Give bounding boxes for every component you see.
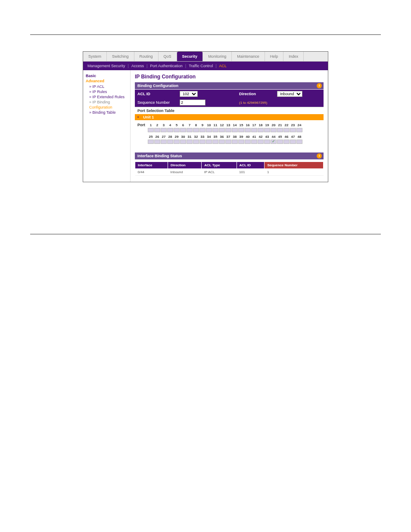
subnav-item-access[interactable]: Access — [131, 64, 144, 68]
port-checkbox-23[interactable] — [290, 128, 296, 132]
topnav-item-switching[interactable]: Switching — [107, 52, 134, 61]
port-checkbox-31[interactable] — [187, 140, 193, 144]
unit-label[interactable]: Unit 1 — [143, 115, 154, 119]
port-checkbox-21[interactable] — [277, 128, 283, 132]
port-number-41: 41 — [251, 135, 257, 139]
direction-select[interactable]: Inbound — [277, 91, 302, 97]
port-checkbox-41[interactable] — [251, 140, 257, 144]
port-checkbox-19[interactable] — [264, 128, 270, 132]
port-checkbox-18[interactable] — [258, 128, 264, 132]
port-checkbox-43[interactable] — [264, 140, 270, 144]
sidebar-item-configuration[interactable]: Configuration — [86, 105, 128, 110]
status-col-acl-type: ACL Type — [202, 162, 237, 169]
port-number-40: 40 — [245, 135, 251, 139]
sidebar-group-advanced[interactable]: Advanced — [86, 79, 128, 83]
port-checkbox-24[interactable] — [296, 128, 302, 132]
topnav-item-maintenance[interactable]: Maintenance — [232, 52, 265, 61]
port-checkbox-1[interactable] — [148, 128, 154, 132]
port-checkbox-4[interactable] — [167, 128, 173, 132]
port-number-25: 25 — [148, 135, 154, 139]
sidebar-item-binding-table[interactable]: » Binding Table — [86, 110, 128, 115]
sequence-number-input[interactable] — [180, 100, 206, 106]
sidebar-item-ip-rules[interactable]: » IP Rules — [86, 89, 128, 94]
port-checkbox-28[interactable] — [167, 140, 173, 144]
port-checkbox-2[interactable] — [154, 128, 160, 132]
port-checkbox-9[interactable] — [199, 128, 206, 132]
port-number-10: 10 — [206, 123, 212, 127]
port-checkbox-14[interactable] — [232, 128, 238, 132]
port-number-33: 33 — [199, 135, 206, 139]
topnav-item-qos[interactable]: QoS — [159, 52, 177, 61]
topnav-item-system[interactable]: System — [83, 52, 107, 61]
port-checkbox-26[interactable] — [154, 140, 160, 144]
port-number-17: 17 — [251, 123, 257, 127]
port-checkbox-11[interactable] — [212, 128, 218, 132]
top-nav: SystemSwitchingRoutingQoSSecurityMonitor… — [83, 52, 328, 62]
status-table: InterfaceDirectionACL TypeACL IDSequence… — [135, 162, 324, 176]
port-number-35: 35 — [212, 135, 218, 139]
subnav-item-port-authentication[interactable]: Port Authentication — [150, 64, 183, 68]
topnav-item-monitoring[interactable]: Monitoring — [203, 52, 232, 61]
port-checkbox-10[interactable] — [206, 128, 212, 132]
port-checkbox-37[interactable] — [225, 140, 231, 144]
direction-label: Direction — [239, 92, 274, 96]
port-checkbox-27[interactable] — [161, 140, 167, 144]
port-number-19: 19 — [264, 123, 270, 127]
subnav-item-traffic-control[interactable]: Traffic Control — [189, 64, 213, 68]
topnav-item-index[interactable]: Index — [283, 52, 304, 61]
port-checkbox-22[interactable] — [283, 128, 290, 132]
port-checkbox-25[interactable] — [148, 140, 154, 144]
status-col-direction: Direction — [168, 162, 202, 169]
port-checkbox-34[interactable] — [206, 140, 212, 144]
port-checkbox-16[interactable] — [245, 128, 251, 132]
port-number-12: 12 — [219, 123, 225, 127]
sidebar-item-ip-extended-rules[interactable]: » IP Extended Rules — [86, 94, 128, 100]
port-checkbox-45[interactable] — [277, 140, 283, 144]
port-checkbox-46[interactable] — [283, 140, 290, 144]
port-checkbox-47[interactable] — [290, 140, 296, 144]
table-row[interactable]: 0/44InboundIP ACL1011 — [135, 169, 324, 176]
port-number-26: 26 — [154, 135, 160, 139]
port-checkbox-38[interactable] — [232, 140, 238, 144]
port-checkbox-13[interactable] — [225, 128, 231, 132]
port-checkbox-17[interactable] — [251, 128, 257, 132]
port-checkbox-7[interactable] — [187, 128, 193, 132]
subnav-item-management-security[interactable]: Management Security — [87, 64, 125, 68]
port-checkbox-44[interactable] — [271, 140, 277, 144]
info-icon[interactable]: i — [317, 83, 322, 88]
sidebar-group-basic[interactable]: Basic — [86, 74, 128, 78]
port-checkbox-3[interactable] — [161, 128, 167, 132]
port-number-16: 16 — [245, 123, 251, 127]
port-checkbox-36[interactable] — [219, 140, 225, 144]
port-checkbox-30[interactable] — [180, 140, 186, 144]
port-row-2-boxes — [137, 140, 321, 144]
sidebar-item-ip-acl[interactable]: » IP ACL — [86, 84, 128, 89]
info-icon[interactable]: i — [317, 153, 322, 159]
port-checkbox-6[interactable] — [180, 128, 186, 132]
topnav-item-routing[interactable]: Routing — [134, 52, 159, 61]
port-grid: Port 12345678910111213141516171819202122… — [135, 120, 324, 147]
sidebar-item-ip-binding[interactable]: » IP Binding — [86, 100, 128, 105]
port-checkbox-42[interactable] — [258, 140, 264, 144]
acl-id-select[interactable]: 102 — [180, 91, 198, 97]
port-checkbox-32[interactable] — [193, 140, 199, 144]
topnav-item-security[interactable]: Security — [177, 52, 203, 61]
port-checkbox-8[interactable] — [193, 128, 199, 132]
port-number-36: 36 — [219, 135, 225, 139]
subnav-item-acl[interactable]: ACL — [219, 64, 227, 68]
port-checkbox-5[interactable] — [174, 128, 180, 132]
sidebar: Basic Advanced » IP ACL» IP Rules» IP Ex… — [83, 70, 131, 182]
port-checkbox-39[interactable] — [238, 140, 244, 144]
port-checkbox-48[interactable] — [296, 140, 302, 144]
port-checkbox-40[interactable] — [245, 140, 251, 144]
port-checkbox-35[interactable] — [212, 140, 218, 144]
port-checkbox-15[interactable] — [238, 128, 244, 132]
topnav-item-help[interactable]: Help — [265, 52, 284, 61]
port-number-27: 27 — [161, 135, 167, 139]
port-checkbox-29[interactable] — [174, 140, 180, 144]
port-checkbox-33[interactable] — [199, 140, 206, 144]
port-checkbox-20[interactable] — [271, 128, 277, 132]
port-checkbox-12[interactable] — [219, 128, 225, 132]
port-number-30: 30 — [180, 135, 186, 139]
acl-id-label: ACL ID — [137, 92, 176, 96]
